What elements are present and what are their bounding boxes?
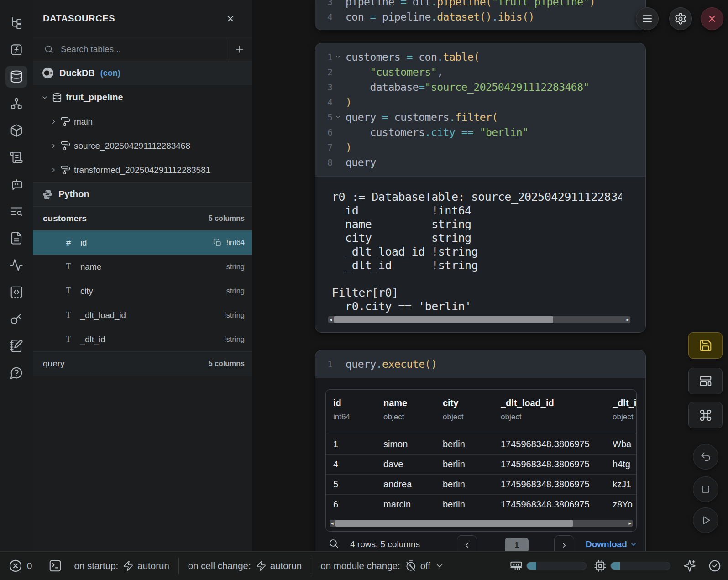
fold-chevron-icon[interactable]	[333, 54, 343, 60]
snippets-icon[interactable]	[5, 281, 27, 303]
prev-page-button[interactable]	[457, 535, 477, 551]
code-line[interactable]: 5query = customers.filter(	[315, 110, 645, 125]
code-cell-2[interactable]: 1customers = con.table(2 "customers",3 d…	[315, 43, 646, 333]
row-search-icon[interactable]	[328, 538, 339, 549]
connection-row-duckdb[interactable]: DuckDB (con)	[33, 61, 252, 85]
horizontal-scrollbar[interactable]: ◂ ▸	[328, 316, 630, 323]
scrollbar-thumb[interactable]	[335, 520, 573, 527]
column-header[interactable]: nameobject	[383, 398, 443, 422]
section-python[interactable]: Python	[33, 182, 252, 206]
table-columns-count: 5 columns	[209, 360, 245, 368]
packages-icon[interactable]	[5, 120, 27, 141]
close-icon[interactable]	[225, 14, 236, 24]
code-line[interactable]: 2 "customers",	[315, 64, 645, 79]
scroll-right-arrow[interactable]: ▸	[626, 317, 629, 323]
column-dtype: string	[226, 262, 245, 271]
scroll-left-arrow[interactable]: ◂	[331, 520, 334, 526]
function-square-icon[interactable]	[5, 39, 27, 61]
logs-search-icon[interactable]	[5, 200, 27, 222]
column-header[interactable]: idint64	[333, 398, 383, 422]
scrollbar-thumb[interactable]	[334, 316, 553, 323]
shutdown-button[interactable]	[701, 7, 723, 30]
column-row-name[interactable]: Tname string	[33, 255, 252, 279]
code-line[interactable]: 3 database="source_202504291112283468"	[315, 79, 645, 94]
section-label: Python	[58, 189, 89, 199]
table-cell: 4	[333, 459, 383, 470]
fold-chevron-icon[interactable]	[333, 114, 343, 120]
scratchpad-icon[interactable]	[5, 146, 27, 168]
save-button[interactable]	[688, 332, 723, 359]
tree-item-schema-source[interactable]: source_202504291112283468	[33, 134, 252, 158]
table-columns-count: 5 columns	[209, 214, 245, 223]
table-name: customers	[43, 214, 87, 224]
scroll-left-arrow[interactable]: ◂	[330, 317, 332, 323]
run-button[interactable]	[693, 507, 718, 533]
text-type-icon: T	[64, 286, 73, 296]
code-line[interactable]: 8query	[315, 155, 645, 170]
scroll-right-arrow[interactable]: ▸	[628, 520, 631, 526]
errors-icon[interactable]	[8, 559, 23, 573]
on-cell-change-value[interactable]: autorun	[270, 560, 302, 571]
code-line[interactable]: 7)	[315, 140, 645, 155]
column-row-dlt-id[interactable]: T_dlt_id !string	[33, 327, 252, 351]
datasources-icon[interactable]	[5, 66, 27, 88]
connection-alias: (con)	[100, 68, 120, 78]
column-row-id[interactable]: #id !int64	[33, 230, 252, 255]
add-datasource-button[interactable]	[227, 37, 252, 61]
table-cell: kzJ1	[613, 479, 636, 490]
divider	[311, 558, 311, 574]
tree-item-schema-main[interactable]: main	[33, 110, 252, 134]
table-header-query[interactable]: query 5 columns	[33, 351, 252, 376]
layout-button[interactable]	[688, 368, 723, 394]
code-line[interactable]: 3pipeline = dlt.pipeline("fruit_pipeline…	[315, 0, 645, 9]
undo-button[interactable]	[693, 444, 718, 470]
on-startup-value[interactable]: autorun	[137, 560, 169, 571]
page-number[interactable]: 1	[505, 538, 529, 551]
help-icon[interactable]	[5, 362, 27, 384]
on-module-change-value[interactable]: off	[420, 560, 430, 571]
command-palette-button[interactable]	[688, 402, 723, 428]
code-line[interactable]: 1customers = con.table(	[315, 49, 645, 64]
secrets-key-icon[interactable]	[5, 308, 27, 330]
column-row-city[interactable]: Tcity string	[33, 279, 252, 303]
code-line[interactable]: 4con = pipeline.dataset().ibis()	[315, 9, 645, 24]
notebook-pen-icon[interactable]	[5, 335, 27, 357]
code-line[interactable]: 1query.execute()	[315, 356, 645, 371]
documentation-icon[interactable]	[5, 227, 27, 249]
table-cell: 1745968348.3806975	[501, 479, 613, 490]
stop-button[interactable]	[693, 476, 718, 502]
table-header-customers[interactable]: customers 5 columns	[33, 206, 252, 230]
schema-icon	[61, 117, 70, 126]
ai-sparkles-icon[interactable]	[683, 559, 696, 572]
code-line[interactable]: 4)	[315, 94, 645, 110]
download-link[interactable]: Download	[586, 539, 637, 549]
horizontal-scrollbar[interactable]: ◂ ▸	[330, 520, 633, 527]
code-cell-3[interactable]: 1query.execute() idint64nameobjectcityob…	[315, 350, 646, 551]
tree-item-schema-transformed[interactable]: transformed_202504291112283581	[33, 158, 252, 182]
copy-icon[interactable]	[213, 238, 222, 247]
connection-status-icon[interactable]	[708, 559, 722, 573]
column-header[interactable]: _dlt_load_idobject	[501, 398, 613, 422]
results-table: idint64nameobjectcityobject_dlt_load_ido…	[325, 389, 637, 532]
line-number: 7	[315, 142, 333, 153]
cpu-icon	[594, 559, 607, 572]
dependency-graph-icon[interactable]	[5, 93, 27, 115]
cell-menu-button[interactable]	[636, 7, 659, 30]
settings-button[interactable]	[669, 7, 692, 30]
file-tree-icon[interactable]	[5, 12, 27, 34]
line-number: 8	[315, 157, 333, 168]
ai-chat-icon[interactable]	[5, 173, 27, 195]
line-number: 2	[315, 67, 333, 78]
tree-item-database[interactable]: fruit_pipeline	[33, 85, 252, 110]
terminal-icon[interactable]	[48, 559, 62, 573]
code-text: query	[343, 157, 376, 168]
column-header[interactable]: _dlt_idobject	[613, 398, 637, 422]
search-input[interactable]	[61, 44, 227, 54]
chevron-down-icon[interactable]	[435, 561, 444, 570]
column-row-dlt-load-id[interactable]: T_dlt_load_id !string	[33, 303, 252, 327]
tracing-icon[interactable]	[5, 254, 27, 276]
next-page-button[interactable]	[554, 535, 574, 551]
code-line[interactable]: 6 customers.city == "berlin"	[315, 125, 645, 140]
column-header[interactable]: cityobject	[443, 398, 501, 422]
code-cell-1[interactable]: 3pipeline = dlt.pipeline("fruit_pipeline…	[315, 0, 646, 30]
